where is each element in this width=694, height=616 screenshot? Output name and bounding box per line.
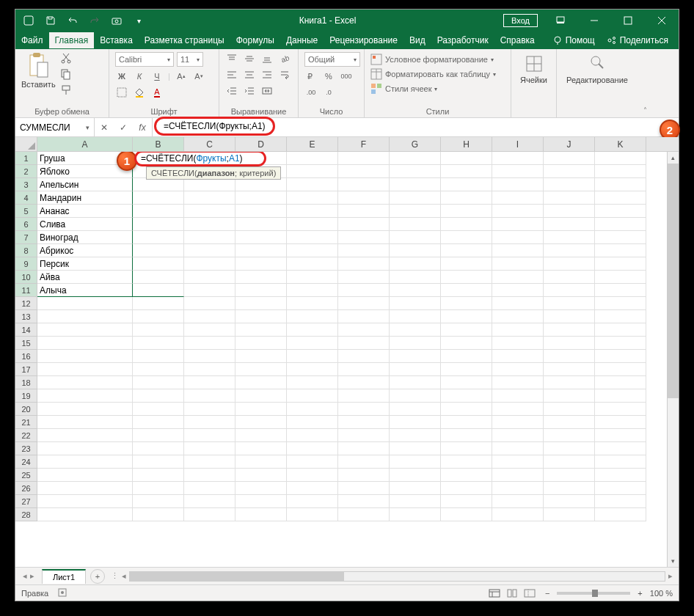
cell[interactable] <box>441 310 492 323</box>
cell[interactable] <box>37 455 133 469</box>
row-header[interactable]: 27 <box>15 495 37 508</box>
font-increase-icon[interactable]: A▴ <box>175 70 188 83</box>
cell[interactable] <box>133 310 184 323</box>
cell[interactable] <box>544 257 595 271</box>
cell[interactable] <box>338 416 390 429</box>
row-header[interactable]: 21 <box>15 416 37 429</box>
zoom-level[interactable]: 100 % <box>650 589 673 598</box>
insert-function-button[interactable]: fx <box>133 118 152 136</box>
cell[interactable] <box>595 323 646 337</box>
close-button[interactable] <box>645 10 679 32</box>
cell[interactable] <box>133 363 184 376</box>
cell[interactable] <box>37 297 133 310</box>
cell[interactable] <box>492 205 544 218</box>
cell[interactable] <box>184 337 235 350</box>
merge-cells-icon[interactable] <box>260 84 274 98</box>
cell[interactable]: Айва <box>37 271 133 284</box>
cell[interactable] <box>492 363 544 376</box>
cell[interactable] <box>338 495 390 508</box>
row-header[interactable]: 13 <box>15 310 37 323</box>
cell[interactable] <box>37 310 133 323</box>
row-header[interactable]: 22 <box>15 429 37 442</box>
cell[interactable] <box>338 231 390 244</box>
cell[interactable] <box>235 297 287 310</box>
cell[interactable] <box>184 442 235 455</box>
cell[interactable] <box>235 363 287 376</box>
cell[interactable] <box>544 482 595 495</box>
cell[interactable] <box>338 469 390 482</box>
cell[interactable] <box>235 429 287 442</box>
cell[interactable] <box>441 323 492 337</box>
formula-input[interactable]: =СЧЁТЕСЛИ(Фрукты;A1) 2 <box>153 118 664 136</box>
cell[interactable] <box>133 442 184 455</box>
cell[interactable] <box>441 508 492 521</box>
increase-decimal-icon[interactable]: .00 <box>304 86 318 99</box>
cell[interactable] <box>287 442 338 455</box>
cell[interactable] <box>338 205 390 218</box>
vertical-scrollbar[interactable]: ▴ ▾ <box>667 152 679 567</box>
tab-file[interactable]: Файл <box>15 32 49 48</box>
scroll-down-icon[interactable]: ▾ <box>668 555 679 567</box>
cell[interactable] <box>235 271 287 284</box>
undo-icon[interactable] <box>67 15 78 26</box>
cell[interactable] <box>184 310 235 323</box>
cell[interactable] <box>338 218 390 231</box>
cell[interactable] <box>287 403 338 416</box>
cell[interactable] <box>544 218 595 231</box>
cell[interactable] <box>595 416 646 429</box>
row-header[interactable]: 20 <box>15 403 37 416</box>
cell[interactable] <box>235 257 287 271</box>
cell[interactable] <box>338 350 390 363</box>
cell[interactable] <box>287 244 338 257</box>
cell[interactable] <box>133 205 184 218</box>
qa-customize-icon[interactable]: ▾ <box>133 15 145 26</box>
active-cell-editor[interactable]: =СЧЁТЕСЛИ(Фрукты;A1) <box>134 152 266 166</box>
cell[interactable] <box>390 191 441 205</box>
cell[interactable] <box>133 416 184 429</box>
cell[interactable] <box>338 389 390 403</box>
tab-data[interactable]: Данные <box>280 32 324 48</box>
cell[interactable] <box>184 231 235 244</box>
row-header[interactable]: 8 <box>15 244 37 257</box>
column-header[interactable]: B <box>133 137 184 151</box>
cell[interactable] <box>235 482 287 495</box>
cell[interactable] <box>133 469 184 482</box>
cell[interactable] <box>441 178 492 191</box>
cell[interactable] <box>37 376 133 389</box>
login-button[interactable]: Вход <box>503 14 538 27</box>
cell[interactable] <box>492 244 544 257</box>
row-header[interactable]: 16 <box>15 350 37 363</box>
cell[interactable] <box>492 284 544 297</box>
cell[interactable] <box>37 403 133 416</box>
cell[interactable] <box>544 178 595 191</box>
cell[interactable] <box>595 191 646 205</box>
row-header[interactable]: 7 <box>15 231 37 244</box>
cell[interactable] <box>390 165 441 178</box>
redo-icon[interactable] <box>89 15 101 26</box>
cell[interactable] <box>544 152 595 165</box>
cell-styles[interactable]: Стили ячеек▾ <box>370 81 505 96</box>
cell[interactable] <box>492 403 544 416</box>
cell[interactable] <box>441 389 492 403</box>
cell[interactable] <box>235 191 287 205</box>
cell[interactable] <box>184 495 235 508</box>
cut-icon[interactable] <box>60 52 75 64</box>
cell[interactable] <box>338 297 390 310</box>
row-header[interactable]: 11 <box>15 284 37 297</box>
column-header[interactable]: A <box>37 137 133 151</box>
cell[interactable] <box>235 337 287 350</box>
cell[interactable] <box>37 495 133 508</box>
cell[interactable] <box>492 442 544 455</box>
currency-icon[interactable]: ₽ <box>304 70 318 83</box>
cell[interactable] <box>544 271 595 284</box>
tab-formulas[interactable]: Формулы <box>230 32 280 48</box>
column-header[interactable]: D <box>235 137 287 151</box>
cell[interactable] <box>287 363 338 376</box>
cell[interactable] <box>338 455 390 469</box>
cell[interactable] <box>184 363 235 376</box>
tab-nav-next[interactable]: ▸ <box>30 571 34 581</box>
cells-button[interactable]: Ячейки <box>517 52 550 86</box>
cell[interactable] <box>595 350 646 363</box>
cell[interactable] <box>287 218 338 231</box>
cell[interactable] <box>390 429 441 442</box>
